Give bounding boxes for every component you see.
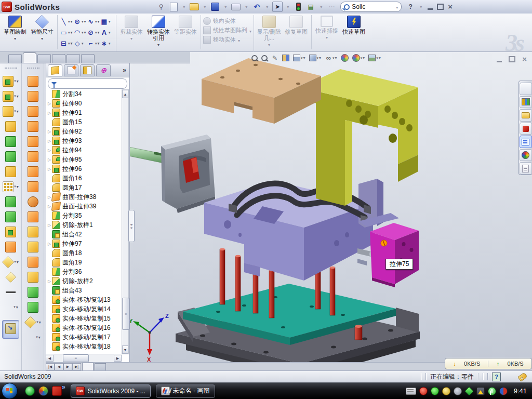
expand-arrow-icon[interactable]: ▷: [47, 148, 52, 153]
tree-item[interactable]: ▷ 圆角17: [47, 183, 123, 192]
first-tab-icon[interactable]: |◀: [46, 363, 55, 370]
tree-item[interactable]: ▷ 分割35: [47, 211, 123, 220]
select-arrow-icon[interactable]: ➤: [272, 2, 283, 12]
expand-arrow-icon[interactable]: ▷: [47, 157, 52, 162]
undo-dropdown[interactable]: [264, 2, 270, 11]
dimxpert-manager-tab[interactable]: ⊕: [96, 64, 111, 76]
command-tab[interactable]: [52, 54, 65, 63]
command-tab[interactable]: [37, 54, 51, 63]
close-icon[interactable]: ×: [448, 4, 453, 9]
quick-snaps-button[interactable]: 快速捕捉: [313, 15, 340, 41]
scroll-down-icon[interactable]: ▼: [122, 345, 128, 354]
search-box[interactable]: Solic: [340, 2, 402, 12]
toolbar-grip[interactable]: [27, 68, 39, 70]
tree-item[interactable]: ▷ 圆角18: [47, 248, 123, 258]
tree-item[interactable]: ▷ 拉伸90: [47, 99, 123, 108]
doc-restore-icon[interactable]: [509, 56, 515, 62]
rebuild-traffic-light-icon[interactable]: [293, 2, 303, 11]
command-tab[interactable]: [66, 54, 80, 63]
select-dropdown[interactable]: [285, 2, 291, 11]
document-tab[interactable]: [82, 363, 94, 370]
quick-launch-media-icon[interactable]: [38, 386, 48, 396]
tree-vertical-scrollbar[interactable]: ▲ ≡ ▼: [122, 89, 129, 354]
document-tab[interactable]: [95, 363, 106, 370]
new-document-icon[interactable]: [168, 2, 179, 11]
tree-item[interactable]: ▷ 切除-放样1: [47, 220, 123, 230]
tree-item[interactable]: ▷ 分割36: [47, 267, 123, 276]
help-dropdown[interactable]: [418, 2, 424, 11]
configuration-manager-tab[interactable]: [80, 64, 95, 76]
tray-security-alert-icon[interactable]: [419, 387, 428, 395]
print-icon[interactable]: [231, 2, 241, 11]
taskbar-clock[interactable]: 9:41: [514, 387, 527, 395]
search-input[interactable]: Solic: [352, 3, 365, 10]
expand-arrow-icon[interactable]: ▷: [47, 279, 52, 284]
open-icon[interactable]: [189, 2, 200, 11]
panel-splitter-handle[interactable]: ◂▸◂▸: [128, 210, 135, 242]
expand-arrow-icon[interactable]: ▷: [47, 242, 52, 246]
quick-launch-antivirus-icon[interactable]: [25, 386, 35, 396]
scroll-right-icon[interactable]: ▶: [114, 355, 122, 362]
save-dropdown[interactable]: [222, 2, 229, 11]
scroll-left-icon[interactable]: ◀: [46, 355, 54, 362]
tree-item[interactable]: ▷ 拉伸96: [47, 164, 123, 174]
tree-item[interactable]: ▷ 实体-移动/复制16: [47, 323, 123, 332]
offset-entities-button[interactable]: 等距实体: [172, 15, 199, 35]
doc-close-icon[interactable]: ×: [522, 57, 527, 62]
tree-item[interactable]: ▷ 拉伸95: [47, 155, 123, 164]
tree-item[interactable]: ▷ 拉伸93: [47, 136, 123, 145]
expand-arrow-icon[interactable]: ▷: [47, 139, 52, 143]
panel-tabs-overflow-icon[interactable]: »: [123, 66, 126, 74]
doc-minimize-icon[interactable]: [497, 56, 502, 62]
tree-item[interactable]: ▷ 分割34: [47, 89, 123, 99]
restore-icon[interactable]: [437, 4, 444, 10]
tree-item[interactable]: ▷ 实体-移动/复制15: [47, 314, 123, 323]
tree-item[interactable]: ▷ 实体-移动/复制17: [47, 332, 123, 342]
quick-launch-overflow-icon[interactable]: »: [62, 383, 65, 391]
tree-item[interactable]: ▷ 拉伸91: [47, 108, 123, 117]
tree-item[interactable]: ▷ 圆角19: [47, 258, 123, 267]
pin-icon[interactable]: ⚲: [156, 2, 166, 11]
tree-item[interactable]: ▷ 拉伸97: [47, 239, 123, 248]
minimize-icon[interactable]: [428, 4, 433, 10]
tray-optimizer-icon[interactable]: [442, 387, 450, 395]
tree-item[interactable]: ▷ 组合42: [47, 230, 123, 239]
help-icon[interactable]: ?: [405, 2, 416, 11]
scroll-thumb[interactable]: ≡: [63, 354, 89, 362]
tray-sync-icon[interactable]: [464, 386, 474, 395]
rapid-sketch-button[interactable]: 快速草图: [340, 15, 367, 35]
mirror-entities-button[interactable]: 镜向实体: [203, 17, 236, 25]
command-tab[interactable]: [8, 54, 22, 63]
expand-arrow-icon[interactable]: ▷: [47, 167, 52, 171]
next-tab-icon[interactable]: ▶: [63, 363, 72, 370]
move-entities-button[interactable]: 移动实体: [203, 36, 240, 44]
start-button[interactable]: [2, 383, 18, 399]
tree-item[interactable]: ▷ 圆角16: [47, 174, 123, 183]
tree-item[interactable]: ▷ 拉伸94: [47, 145, 123, 155]
input-method-keyboard-icon[interactable]: [406, 388, 416, 395]
tray-network-warning-icon[interactable]: [476, 387, 485, 395]
command-tab[interactable]: [81, 54, 95, 63]
taskbar-window-button[interactable]: SW SolidWorks 2009 - ...: [71, 384, 151, 398]
toolbar-overflow-icon[interactable]: ⋯: [326, 2, 337, 11]
feature-manager-tab[interactable]: [48, 64, 62, 76]
sketch-button[interactable]: 草图绘制: [2, 15, 29, 42]
scroll-thumb[interactable]: ≡: [122, 298, 129, 330]
graphics-viewport[interactable]: Y Z X ▾▾✎▾▾▾▾∞▾▾▾▾ × 拉伸75: [130, 52, 532, 362]
tree-item[interactable]: ▷ 曲面-拉伸39: [47, 202, 123, 211]
tag-icon[interactable]: [517, 372, 527, 381]
tree-item[interactable]: ▷ 实体-移动/复制14: [47, 304, 123, 314]
tree-item[interactable]: ▷ 切除-放样2: [47, 276, 123, 286]
smart-dimension-button[interactable]: 智能尺寸: [29, 15, 56, 42]
tree-horizontal-scrollbar[interactable]: ◀ ≡ ▶: [46, 354, 122, 362]
taskbar-window-button[interactable]: SW 未命名 - 画图: [156, 384, 215, 398]
tray-health-icon[interactable]: [488, 387, 496, 395]
tray-antivirus-icon[interactable]: [431, 387, 439, 395]
design-checker-icon[interactable]: ▤: [305, 2, 316, 11]
save-icon[interactable]: [210, 2, 220, 11]
linear-sketch-pattern-button[interactable]: 线性草图阵列: [203, 26, 251, 34]
open-dropdown[interactable]: [202, 2, 208, 11]
expand-arrow-icon[interactable]: ▷: [47, 111, 52, 115]
command-tab[interactable]: [23, 52, 36, 63]
tree-item[interactable]: ▷ 实体-移动/复制18: [47, 342, 123, 351]
